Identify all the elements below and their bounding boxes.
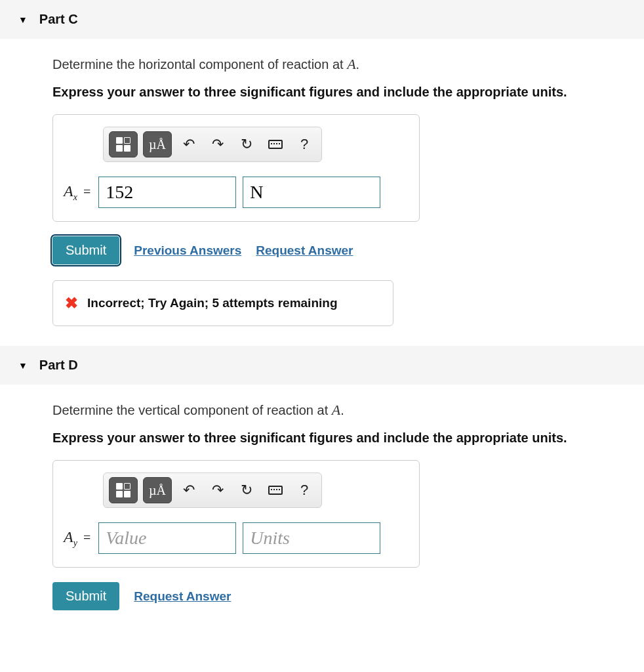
prompt-var: A	[332, 402, 340, 418]
prompt-text: Determine the horizontal component of re…	[52, 56, 644, 73]
part-title: Part C	[39, 12, 78, 27]
prompt-suffix: .	[356, 57, 360, 72]
collapse-icon: ▼	[18, 360, 28, 371]
feedback-card: ✖ Incorrect; Try Again; 5 attempts remai…	[52, 280, 393, 326]
var-base: A	[64, 182, 73, 200]
prompt-prefix: Determine the vertical component of reac…	[52, 403, 332, 417]
answer-row: Ay =	[64, 522, 409, 554]
units-symbols-button[interactable]: µÅ	[143, 477, 172, 503]
previous-answers-link[interactable]: Previous Answers	[134, 243, 241, 258]
prompt-var: A	[347, 56, 355, 72]
answer-row: Ax =	[64, 177, 409, 208]
templates-icon[interactable]	[109, 477, 138, 503]
feedback-text: Incorrect; Try Again; 5 attempts remaini…	[87, 296, 338, 310]
answer-card: µÅ ↶ ↷ ↻ ? Ay =	[52, 460, 420, 568]
part-body-c: Determine the horizontal component of re…	[0, 39, 644, 346]
prompt-prefix: Determine the horizontal component of re…	[52, 57, 347, 72]
submit-button[interactable]: Submit	[52, 236, 119, 264]
templates-icon[interactable]	[109, 131, 138, 158]
request-answer-link[interactable]: Request Answer	[256, 243, 353, 258]
reset-icon[interactable]: ↻	[235, 131, 258, 158]
var-sub: x	[73, 192, 77, 201]
prompt-suffix: .	[340, 403, 344, 417]
submit-row: Submit Previous Answers Request Answer	[52, 236, 644, 264]
variable-label: Ax =	[64, 182, 92, 203]
part-header-c[interactable]: ▼ Part C	[0, 0, 644, 39]
instructions: Express your answer to three significant…	[52, 85, 644, 100]
units-symbols-button[interactable]: µÅ	[143, 131, 172, 158]
redo-icon[interactable]: ↷	[206, 477, 230, 503]
part-title: Part D	[39, 358, 78, 373]
equation-toolbar: µÅ ↶ ↷ ↻ ?	[103, 472, 322, 508]
answer-card: µÅ ↶ ↷ ↻ ? Ax =	[52, 114, 420, 222]
var-base: A	[64, 528, 73, 545]
part-header-d[interactable]: ▼ Part D	[0, 346, 644, 385]
equation-toolbar: µÅ ↶ ↷ ↻ ?	[103, 127, 322, 162]
collapse-icon: ▼	[18, 14, 28, 25]
var-sub: y	[73, 537, 77, 547]
submit-row: Submit Request Answer	[52, 582, 644, 610]
help-icon[interactable]: ?	[292, 131, 316, 158]
variable-label: Ay =	[64, 528, 92, 549]
part-body-d: Determine the vertical component of reac…	[0, 385, 644, 646]
prompt-text: Determine the vertical component of reac…	[52, 402, 644, 419]
units-input[interactable]	[243, 522, 380, 554]
units-input[interactable]	[243, 177, 380, 208]
keyboard-icon[interactable]	[264, 477, 287, 503]
value-input[interactable]	[98, 177, 236, 208]
value-input[interactable]	[98, 522, 236, 554]
help-icon[interactable]: ?	[292, 477, 316, 503]
reset-icon[interactable]: ↻	[235, 477, 258, 503]
keyboard-icon[interactable]	[264, 131, 287, 158]
redo-icon[interactable]: ↷	[206, 131, 230, 158]
request-answer-link[interactable]: Request Answer	[134, 589, 231, 604]
instructions: Express your answer to three significant…	[52, 430, 644, 446]
undo-icon[interactable]: ↶	[177, 477, 201, 503]
undo-icon[interactable]: ↶	[177, 131, 201, 158]
submit-button[interactable]: Submit	[52, 582, 119, 610]
incorrect-icon: ✖	[65, 294, 78, 312]
